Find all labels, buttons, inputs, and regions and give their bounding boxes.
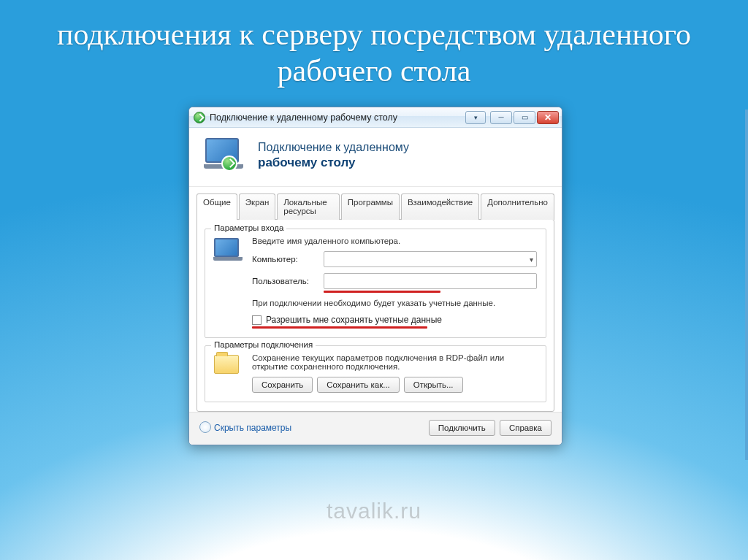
connect-button[interactable]: Подключить [429,420,495,436]
save-as-button[interactable]: Сохранить как... [317,377,400,393]
user-input[interactable] [324,273,537,289]
login-group: Параметры входа Введите имя удаленного к… [205,229,546,338]
highlight-underline-checkbox [252,326,427,329]
chevron-up-icon [199,421,211,435]
computer-label: Компьютер: [252,255,318,264]
titlebar: Подключение к удаленному рабочему столу … [189,107,562,128]
titlebar-dropdown-button[interactable] [465,111,486,124]
folder-icon [214,353,243,393]
hide-params-label: Скрыть параметры [214,423,291,433]
dialog-footer: Скрыть параметры Подключить Справка [189,412,562,445]
help-button[interactable]: Справка [500,420,552,436]
minimize-button[interactable]: ─ [490,111,512,124]
tab-local-resources[interactable]: Локальные ресурсы [277,193,340,220]
banner-text: Подключение к удаленному рабочему столу [258,139,409,172]
connection-group: Параметры подключения Сохранение текущих… [205,345,546,402]
hide-params-link[interactable]: Скрыть параметры [199,421,291,435]
banner-line-2: рабочему столу [258,155,409,172]
tab-advanced[interactable]: Дополнительно [481,193,554,220]
open-button[interactable]: Открыть... [404,377,463,393]
tab-programs[interactable]: Программы [341,193,400,220]
slide-title: подключения к серверу посредством удален… [0,16,748,90]
window-title: Подключение к удаленному рабочему столу [210,112,465,123]
slide-right-bar [745,110,748,460]
tabs: Общие Экран Локальные ресурсы Программы … [196,193,554,220]
computer-combobox[interactable] [324,251,537,267]
tab-experience[interactable]: Взаимодействие [401,193,479,220]
banner: Подключение к удаленному рабочему столу [189,128,562,187]
rdp-app-icon [194,112,205,123]
tab-panel-general: Параметры входа Введите имя удаленного к… [196,219,554,412]
tab-display[interactable]: Экран [239,193,275,220]
connection-group-title: Параметры подключения [211,340,316,349]
user-label: Пользователь: [252,277,318,285]
tab-general[interactable]: Общие [196,193,237,220]
close-button[interactable]: ✕ [537,111,559,124]
rdp-window: Подключение к удаленному рабочему столу … [188,107,562,445]
highlight-underline-user [324,291,440,293]
banner-line-1: Подключение к удаленному [258,139,409,156]
watermark: tavalik.ru [327,499,421,523]
connection-hint: Сохранение текущих параметров подключени… [252,353,537,371]
save-credentials-label: Разрешить мне сохранять учетные данные [266,315,442,325]
rdp-banner-icon [202,138,246,173]
maximize-button[interactable]: ▭ [514,111,535,124]
save-credentials-checkbox[interactable] [252,315,262,325]
credentials-hint: При подключении необходимо будет указать… [252,299,537,307]
save-button[interactable]: Сохранить [252,377,313,393]
login-group-title: Параметры входа [211,223,286,232]
login-hint: Введите имя удаленного компьютера. [252,237,537,245]
computer-icon [214,237,243,329]
